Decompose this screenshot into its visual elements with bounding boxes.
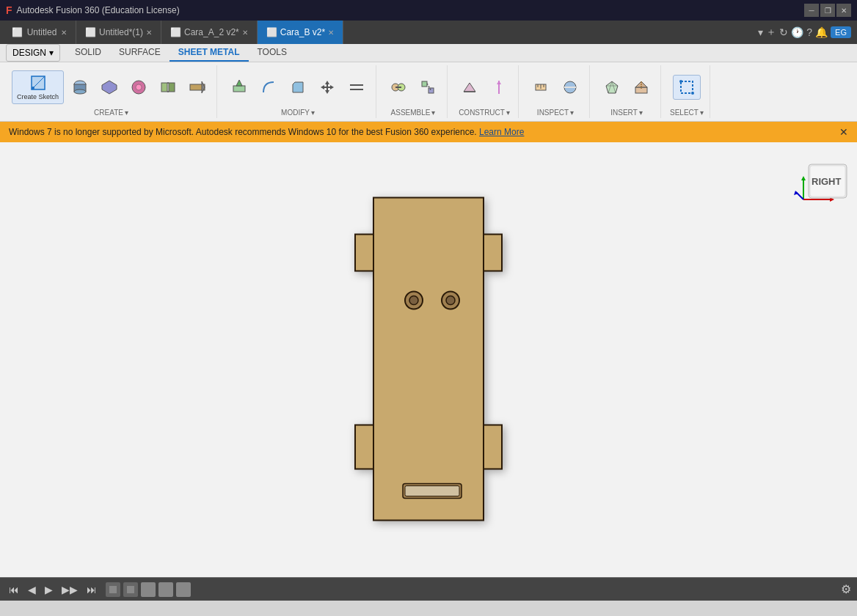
tab-icon: ⬜	[170, 27, 181, 37]
svg-rect-49	[681, 81, 693, 93]
timeline-next-button[interactable]: ▶▶	[59, 581, 81, 598]
svg-text:RIGHT: RIGHT	[812, 176, 842, 187]
svg-marker-42	[606, 81, 618, 93]
notifications-button[interactable]: 🔔	[815, 26, 828, 38]
timeline-last-button[interactable]: ⏭	[84, 581, 100, 598]
tab-history-button[interactable]: 🕐	[791, 26, 803, 38]
svg-marker-55	[355, 425, 373, 469]
svg-rect-26	[350, 89, 363, 90]
tab-close-untitled2[interactable]: ✕	[146, 29, 152, 37]
timeline-item-1[interactable]	[106, 582, 120, 597]
construct-axis-button[interactable]	[486, 76, 512, 99]
ribbon-group-construct: CONSTRUCT ▾	[451, 65, 519, 118]
app-title: Autodesk Fusion 360 (Education License)	[17, 5, 180, 15]
timeline-item-2[interactable]	[123, 582, 138, 597]
close-button[interactable]: ✕	[836, 4, 851, 17]
create-special-button[interactable]	[125, 76, 152, 99]
tab-refresh-button[interactable]: ↻	[779, 26, 788, 38]
viewport[interactable]: RIGHT	[0, 142, 857, 577]
select-box-button[interactable]	[673, 75, 701, 100]
svg-point-51	[691, 92, 694, 95]
svg-marker-16	[236, 80, 242, 86]
main-area: RIGHT	[0, 142, 857, 577]
tab-untitled[interactable]: ⬜ Untitled ✕	[3, 21, 76, 44]
construct-plane-button[interactable]	[456, 76, 483, 99]
create-sketch-button[interactable]: Create Sketch	[12, 70, 64, 104]
user-badge[interactable]: EG	[831, 26, 851, 38]
svg-marker-35	[497, 81, 501, 84]
create-primitive-button[interactable]	[96, 76, 123, 99]
help-button[interactable]: ?	[806, 26, 812, 38]
timeline-play-button[interactable]: ▶	[42, 581, 56, 598]
maximize-button[interactable]: ❐	[820, 4, 835, 17]
svg-marker-53	[355, 234, 373, 271]
inspect-section-button[interactable]	[557, 76, 583, 99]
modify-group-label: MODIFY ▾	[281, 109, 315, 118]
svg-rect-30	[422, 81, 427, 87]
svg-rect-72	[109, 586, 117, 593]
design-selector[interactable]: DESIGN ▾	[6, 44, 60, 62]
svg-rect-31	[428, 88, 434, 93]
timeline-item-5[interactable]	[176, 582, 191, 597]
minimize-button[interactable]: ─	[804, 4, 819, 17]
ribbon-tab-solid[interactable]: SOLID	[66, 44, 110, 62]
warning-close-button[interactable]: ✕	[839, 126, 848, 138]
create-dropdown-icon[interactable]: ▾	[125, 109, 128, 117]
create-convert-button[interactable]	[184, 76, 211, 99]
warning-text: Windows 7 is no longer supported by Micr…	[9, 127, 524, 137]
svg-rect-25	[350, 84, 363, 86]
svg-marker-14	[202, 81, 205, 93]
modify-move-button[interactable]	[314, 76, 340, 99]
svg-marker-56	[484, 425, 502, 469]
settings-button[interactable]: ⚙	[841, 582, 851, 596]
ribbon-tab-tools[interactable]: TOOLS	[249, 44, 296, 62]
ribbon-tab-surface[interactable]: SURFACE	[110, 44, 169, 62]
create-3d-button[interactable]	[67, 76, 93, 99]
new-tab-button[interactable]: ＋	[766, 26, 776, 39]
construct-dropdown-icon[interactable]: ▾	[506, 109, 510, 117]
timeline-first-button[interactable]: ⏮	[6, 581, 22, 598]
svg-point-50	[679, 80, 682, 83]
modify-push-pull-button[interactable]	[226, 76, 252, 99]
modify-dropdown-icon[interactable]: ▾	[311, 109, 315, 117]
assemble-dropdown-icon[interactable]: ▾	[431, 109, 435, 117]
ribbon-group-assemble: ASSEMBLE ▾	[379, 65, 448, 118]
svg-point-5	[74, 89, 86, 94]
timeline-item-4[interactable]	[158, 582, 173, 597]
timeline-prev-button[interactable]: ◀	[25, 581, 39, 598]
assemble-as-built-button[interactable]	[415, 76, 441, 99]
ribbon-tab-sheet-metal[interactable]: SHEET METAL	[169, 44, 249, 62]
modify-fillet-button[interactable]	[255, 76, 282, 99]
modify-chamfer-button[interactable]	[285, 76, 311, 99]
insert-mesh-button[interactable]	[599, 76, 625, 99]
inspect-dropdown-icon[interactable]: ▾	[570, 109, 574, 117]
viewcube[interactable]: RIGHT	[792, 148, 851, 207]
svg-rect-10	[169, 83, 175, 92]
inspect-measure-button[interactable]	[528, 76, 554, 99]
tab-icon: ⬜	[266, 27, 277, 37]
insert-dropdown-icon[interactable]: ▾	[639, 109, 643, 117]
svg-rect-73	[127, 586, 134, 593]
timeline-item-3[interactable]	[141, 582, 156, 597]
create-flange-button[interactable]	[155, 76, 181, 99]
tab-close-cara-a2-v2[interactable]: ✕	[242, 29, 248, 37]
svg-marker-66	[801, 176, 806, 180]
select-dropdown-icon[interactable]: ▾	[700, 109, 704, 117]
svg-point-58	[409, 296, 418, 304]
ribbon-group-modify: MODIFY ▾	[220, 65, 376, 118]
tab-cara-b-v2[interactable]: ⬜ Cara_B v2* ✕	[258, 21, 343, 44]
assemble-group-label: ASSEMBLE ▾	[391, 109, 436, 118]
modify-align-button[interactable]	[343, 76, 370, 99]
assemble-joint-button[interactable]	[385, 76, 412, 99]
tab-overflow-button[interactable]: ▾	[758, 26, 763, 38]
warning-bar: Windows 7 is no longer supported by Micr…	[0, 122, 857, 142]
tab-close-untitled[interactable]: ✕	[61, 29, 67, 37]
tab-cara-a2-v2[interactable]: ⬜ Cara_A_2 v2* ✕	[161, 21, 258, 44]
warning-link[interactable]: Learn More	[479, 127, 524, 137]
tab-close-cara-b-v2[interactable]: ✕	[328, 29, 334, 37]
insert-decal-button[interactable]	[628, 76, 654, 99]
tab-untitled2[interactable]: ⬜ Untitled*(1) ✕	[76, 21, 161, 44]
ribbon-group-create: Create Sketch	[6, 65, 217, 118]
svg-marker-19	[325, 81, 329, 84]
tab-icon: ⬜	[85, 27, 96, 37]
